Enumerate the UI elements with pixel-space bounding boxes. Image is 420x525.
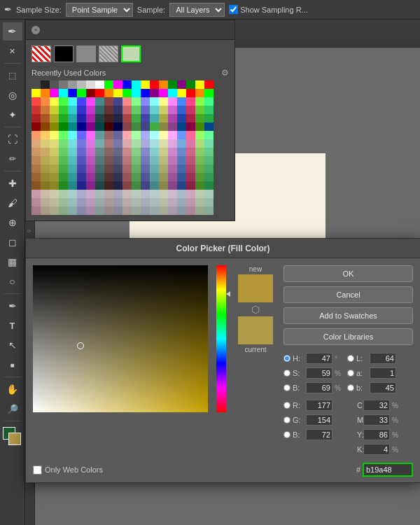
color-swatch-12-5[interactable] <box>77 181 86 190</box>
color-swatch-6-3[interactable] <box>59 131 68 139</box>
color-swatch-9-15[interactable] <box>168 156 177 164</box>
color-swatch-3-17[interactable] <box>186 106 195 114</box>
color-swatch-13-18[interactable] <box>195 190 204 198</box>
color-swatch-15-9[interactable] <box>113 206 122 215</box>
color-swatch-15-10[interactable] <box>122 206 132 215</box>
color-libraries-button[interactable]: Color Libraries <box>284 328 413 345</box>
color-swatch-7-1[interactable] <box>41 139 50 148</box>
striped-swatch[interactable] <box>31 46 51 62</box>
gear-icon[interactable]: ⚙ <box>221 68 229 78</box>
color-swatch-4-12[interactable] <box>141 114 150 122</box>
color-swatch-4-10[interactable] <box>122 114 132 122</box>
color-swatch-8-19[interactable] <box>204 148 214 156</box>
color-swatch-13-9[interactable] <box>113 190 122 198</box>
color-swatch-12-12[interactable] <box>141 181 150 190</box>
color-swatch-9-2[interactable] <box>50 156 59 164</box>
tool-healing[interactable]: ✚ <box>3 174 22 192</box>
color-swatch-13-8[interactable] <box>104 190 113 198</box>
color-swatch-2-7[interactable] <box>95 97 104 106</box>
color-swatch-15-12[interactable] <box>141 206 150 215</box>
color-swatch-2-17[interactable] <box>186 97 195 106</box>
color-swatch-8-7[interactable] <box>95 148 104 156</box>
color-swatch-4-13[interactable] <box>150 114 159 122</box>
color-swatch-5-4[interactable] <box>68 122 77 131</box>
color-swatch-5-17[interactable] <box>186 122 195 131</box>
b-input[interactable] <box>306 382 332 393</box>
color-swatch-0-18[interactable] <box>195 80 204 89</box>
color-swatch-14-18[interactable] <box>195 198 204 206</box>
color-swatch-4-14[interactable] <box>159 114 168 122</box>
color-swatch-1-10[interactable] <box>122 89 132 97</box>
color-swatch-14-17[interactable] <box>186 198 195 206</box>
hue-slider-track[interactable] <box>216 265 226 412</box>
color-swatch-15-18[interactable] <box>195 206 204 215</box>
color-swatch-3-7[interactable] <box>95 106 104 114</box>
color-swatch-14-3[interactable] <box>59 198 68 206</box>
color-swatch-1-7[interactable] <box>95 89 104 97</box>
color-swatch-5-3[interactable] <box>59 122 68 131</box>
color-swatch-9-11[interactable] <box>132 156 141 164</box>
color-swatch-1-3[interactable] <box>59 89 68 97</box>
color-swatch-2-15[interactable] <box>168 97 177 106</box>
only-web-colors-label[interactable]: Only Web Colors <box>33 465 103 475</box>
color-swatch-11-16[interactable] <box>177 173 186 181</box>
color-swatch-4-19[interactable] <box>204 114 214 122</box>
color-swatch-12-9[interactable] <box>113 181 122 190</box>
color-swatch-14-2[interactable] <box>50 198 59 206</box>
color-swatch-11-0[interactable] <box>31 173 41 181</box>
color-swatch-12-14[interactable] <box>159 181 168 190</box>
color-swatch-14-19[interactable] <box>204 198 214 206</box>
color-swatch-2-1[interactable] <box>41 97 50 106</box>
color-swatch-12-10[interactable] <box>122 181 132 190</box>
tool-hand[interactable]: ✋ <box>3 380 22 398</box>
color-swatch-12-1[interactable] <box>41 181 50 190</box>
color-swatch-1-0[interactable] <box>31 89 41 97</box>
color-swatch-9-6[interactable] <box>86 156 95 164</box>
color-swatch-2-14[interactable] <box>159 97 168 106</box>
color-swatch-9-3[interactable] <box>59 156 68 164</box>
color-swatch-0-6[interactable] <box>86 80 95 89</box>
color-swatch-10-16[interactable] <box>177 164 186 173</box>
color-swatch-13-11[interactable] <box>132 190 141 198</box>
color-swatch-3-6[interactable] <box>86 106 95 114</box>
color-swatch-8-11[interactable] <box>132 148 141 156</box>
color-swatch-6-14[interactable] <box>159 131 168 139</box>
color-swatch-2-2[interactable] <box>50 97 59 106</box>
b2-input[interactable] <box>306 429 332 440</box>
color-swatch-3-13[interactable] <box>150 106 159 114</box>
color-swatch-7-0[interactable] <box>31 139 41 148</box>
color-swatch-3-3[interactable] <box>59 106 68 114</box>
color-swatch-10-3[interactable] <box>59 164 68 173</box>
color-swatch-5-12[interactable] <box>141 122 150 131</box>
ok-button[interactable]: OK <box>284 265 413 282</box>
color-swatch-15-15[interactable] <box>168 206 177 215</box>
color-swatch-14-15[interactable] <box>168 198 177 206</box>
tool-marquee[interactable]: ⬚ <box>3 66 22 85</box>
tool-clone[interactable]: ⊕ <box>3 214 22 232</box>
color-swatch-14-13[interactable] <box>150 198 159 206</box>
color-swatch-7-11[interactable] <box>132 139 141 148</box>
color-swatch-8-14[interactable] <box>159 148 168 156</box>
l-input[interactable] <box>370 353 396 364</box>
color-swatch-4-4[interactable] <box>68 114 77 122</box>
color-swatch-1-16[interactable] <box>177 89 186 97</box>
color-swatch-10-12[interactable] <box>141 164 150 173</box>
color-swatch-12-2[interactable] <box>50 181 59 190</box>
c-input[interactable] <box>363 400 390 411</box>
color-swatch-0-1[interactable] <box>41 80 50 89</box>
color-swatch-14-4[interactable] <box>68 198 77 206</box>
color-swatch-5-10[interactable] <box>122 122 132 131</box>
color-swatch-0-17[interactable] <box>186 80 195 89</box>
color-swatch-11-19[interactable] <box>204 173 214 181</box>
color-swatch-14-9[interactable] <box>113 198 122 206</box>
color-swatch-8-8[interactable] <box>104 148 113 156</box>
color-swatch-12-17[interactable] <box>186 181 195 190</box>
color-swatch-6-19[interactable] <box>204 131 214 139</box>
color-swatch-4-3[interactable] <box>59 114 68 122</box>
color-swatch-8-5[interactable] <box>77 148 86 156</box>
color-swatch-11-9[interactable] <box>113 173 122 181</box>
color-swatch-4-9[interactable] <box>113 114 122 122</box>
color-swatch-12-13[interactable] <box>150 181 159 190</box>
color-swatch-0-3[interactable] <box>59 80 68 89</box>
color-swatch-3-18[interactable] <box>195 106 204 114</box>
